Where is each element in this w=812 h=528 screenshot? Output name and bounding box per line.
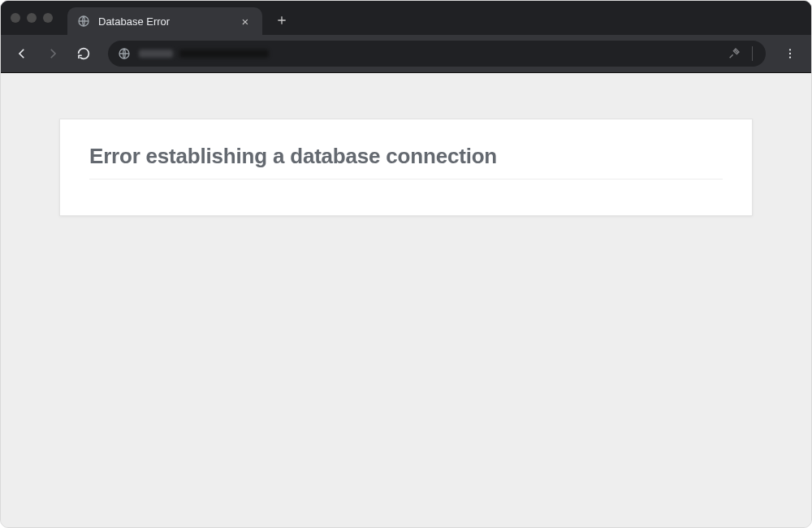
site-info-icon[interactable] [118,47,131,60]
error-card: Error establishing a database connection [59,119,753,216]
svg-point-4 [789,57,791,58]
error-heading: Error establishing a database connection [89,144,723,180]
page-content: Error establishing a database connection [59,119,753,216]
eyedropper-icon[interactable] [728,47,741,60]
browser-toolbar [1,35,811,72]
address-bar[interactable] [108,41,766,67]
browser-menu-button[interactable] [777,41,803,67]
window-close-button[interactable] [11,13,20,23]
url-text-obscured [139,49,269,58]
browser-window: Database Error × [0,0,812,528]
forward-button[interactable] [40,41,66,67]
globe-icon [77,15,90,28]
svg-point-3 [789,53,791,54]
tab-strip: Database Error × [1,1,811,35]
reload-button[interactable] [71,41,97,67]
back-button[interactable] [9,41,35,67]
window-maximize-button[interactable] [43,13,53,23]
new-tab-button[interactable] [270,9,293,32]
tab-title: Database Error [98,15,238,28]
window-minimize-button[interactable] [27,13,37,23]
page-viewport: Error establishing a database connection [1,73,811,527]
browser-tab[interactable]: Database Error × [67,7,262,35]
window-controls [11,13,67,23]
browser-chrome: Database Error × [1,1,811,73]
close-tab-button[interactable]: × [238,15,253,28]
omnibox-divider [752,46,753,61]
svg-point-2 [789,49,791,50]
